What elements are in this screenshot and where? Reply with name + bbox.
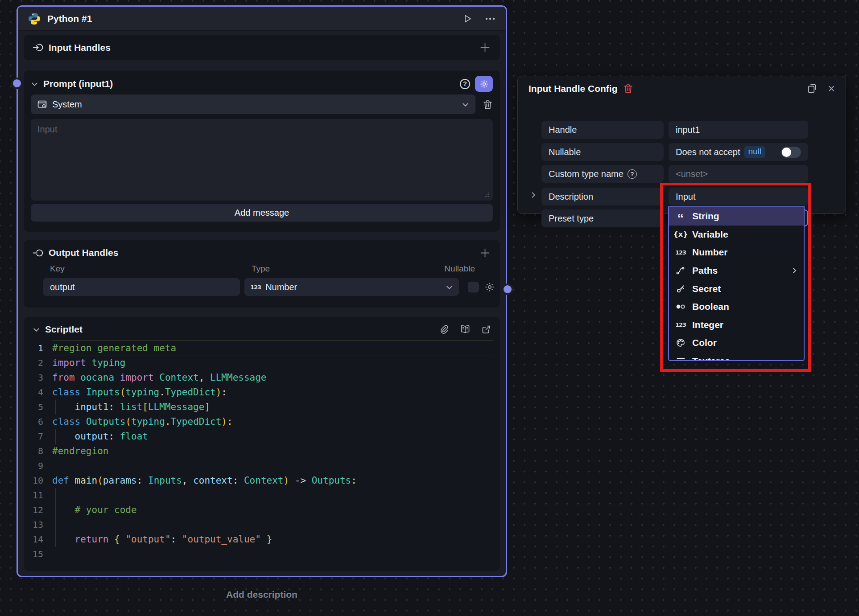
code-line[interactable]: 10def main(params: Inputs, context: Cont…: [24, 473, 500, 488]
expand-description-chevron[interactable]: [529, 191, 537, 199]
dropdown-item-textarea[interactable]: Textarea: [669, 352, 804, 361]
prompt-section: Prompt (input1) ? System I: [24, 70, 500, 232]
node-header[interactable]: Python #1: [18, 7, 506, 31]
code-line[interactable]: 15: [24, 547, 500, 562]
line-number: 5: [24, 400, 52, 415]
line-number: 7: [24, 429, 52, 444]
resize-grip[interactable]: [484, 192, 490, 197]
nullable-toggle[interactable]: [781, 147, 801, 158]
prompt-textarea[interactable]: Input: [31, 119, 493, 201]
code-line[interactable]: 12 # your code: [24, 503, 500, 517]
code-line[interactable]: 13: [24, 517, 500, 532]
code-text: input1: list[LLMMessage]: [52, 400, 493, 415]
line-number: 12: [24, 503, 52, 517]
node-output-port[interactable]: [502, 283, 513, 295]
output-settings-button[interactable]: [484, 282, 495, 292]
code-line[interactable]: 7 output: float: [24, 429, 500, 444]
description-value-input[interactable]: Input: [669, 188, 808, 205]
collapse-chevron-icon[interactable]: [31, 80, 38, 88]
code-line[interactable]: 9: [24, 459, 500, 473]
prompt-settings-button[interactable]: [475, 76, 493, 92]
message-role-select[interactable]: System: [31, 94, 475, 114]
quote-icon: “: [675, 213, 686, 219]
dropdown-item-boolean[interactable]: Boolean: [669, 298, 804, 316]
custom-type-name-label: Custom type name ?: [541, 165, 664, 183]
column-header-key: Key: [50, 264, 65, 274]
line-number: 15: [24, 547, 52, 562]
code-text: [52, 517, 493, 532]
dropdown-item-string[interactable]: “String: [669, 207, 804, 226]
node-input-port[interactable]: [11, 78, 23, 89]
dropdown-item-variable[interactable]: {x}Variable: [669, 226, 804, 244]
add-input-handle-button[interactable]: [479, 41, 491, 53]
variable-icon: {x}: [675, 230, 686, 238]
nullable-label: Nullable: [541, 143, 664, 161]
dropdown-item-label: Integer: [692, 320, 723, 330]
code-text: # your code: [52, 503, 493, 517]
code-editor[interactable]: 1#region generated meta2import typing3fr…: [24, 341, 500, 562]
code-line[interactable]: 11: [24, 488, 500, 503]
output-type-value: Number: [265, 282, 297, 292]
indent-guide: [55, 488, 56, 503]
add-output-handle-button[interactable]: [479, 247, 491, 259]
add-description-button[interactable]: Add description: [17, 589, 507, 600]
collapse-chevron-icon[interactable]: [33, 326, 40, 333]
paths-icon: [675, 266, 686, 275]
system-message-icon: [37, 99, 47, 110]
python-node[interactable]: Python #1 Input Handles Prompt (input1) …: [17, 5, 507, 577]
code-line[interactable]: 8#endregion: [24, 444, 500, 459]
chevron-down-icon: [462, 101, 469, 108]
column-header-type: Type: [252, 264, 270, 274]
dropdown-item-paths[interactable]: Paths: [669, 262, 804, 280]
dropdown-item-label: Boolean: [692, 301, 729, 312]
column-header-nullable: Nullable: [444, 264, 475, 274]
indent-guide: [55, 400, 56, 415]
code-line[interactable]: 4class Inputs(typing.TypedDict):: [24, 385, 500, 400]
delete-message-button[interactable]: [483, 99, 493, 110]
line-number: 10: [24, 473, 52, 488]
code-text: def main(params: Inputs, context: Contex…: [52, 473, 493, 488]
run-node-button[interactable]: [462, 13, 473, 24]
line-number: 14: [24, 532, 52, 547]
dropdown-item-color[interactable]: Color: [669, 334, 804, 352]
code-text: #endregion: [52, 444, 493, 459]
attachment-button[interactable]: [439, 324, 449, 334]
code-line[interactable]: 1#region generated meta: [24, 341, 500, 356]
dropdown-item-secret[interactable]: Secret: [669, 279, 804, 298]
indent-guide: [55, 517, 56, 532]
open-external-button[interactable]: [481, 324, 491, 334]
close-panel-button[interactable]: ×: [828, 83, 835, 94]
delete-handle-button[interactable]: [623, 83, 633, 94]
code-text: [52, 547, 493, 562]
node-title: Python #1: [47, 13, 92, 24]
input-handles-section: Input Handles: [24, 35, 500, 60]
handle-value-input[interactable]: input1: [669, 121, 808, 139]
docs-button[interactable]: [460, 324, 471, 334]
help-icon[interactable]: ?: [460, 79, 470, 89]
dropdown-item-label: String: [692, 211, 719, 222]
copy-config-button[interactable]: [806, 83, 818, 94]
code-line[interactable]: 14 return { "output": "output_value" }: [24, 532, 500, 547]
code-line[interactable]: 5 input1: list[LLMMessage]: [24, 400, 500, 415]
code-line[interactable]: 3from oocana import Context, LLMMessage: [24, 370, 500, 385]
number-icon: 123: [675, 249, 686, 256]
line-number: 3: [24, 370, 52, 385]
dropdown-item-label: Secret: [692, 283, 721, 294]
code-line[interactable]: 2import typing: [24, 356, 500, 370]
help-icon[interactable]: ?: [628, 169, 637, 179]
line-number: 4: [24, 385, 52, 400]
code-text: class Outputs(typing.TypedDict):: [52, 415, 493, 429]
dropdown-item-integer[interactable]: 123Integer: [669, 316, 804, 334]
output-key-input[interactable]: output: [43, 278, 240, 296]
chevron-down-icon: [446, 283, 453, 291]
custom-type-name-value[interactable]: <unset>: [669, 165, 808, 183]
code-line[interactable]: 6class Outputs(typing.TypedDict):: [24, 415, 500, 429]
scriptlet-section: Scriptlet 1#region generated meta2import…: [24, 317, 500, 571]
node-menu-button[interactable]: [484, 13, 496, 24]
nullable-checkbox[interactable]: [468, 282, 479, 292]
add-message-button[interactable]: Add message: [31, 204, 493, 222]
chevron-right-icon: [791, 267, 798, 274]
output-type-select[interactable]: 123 Number: [244, 278, 459, 296]
dropdown-item-number[interactable]: 123Number: [669, 243, 804, 262]
python-logo-icon: [28, 12, 41, 25]
